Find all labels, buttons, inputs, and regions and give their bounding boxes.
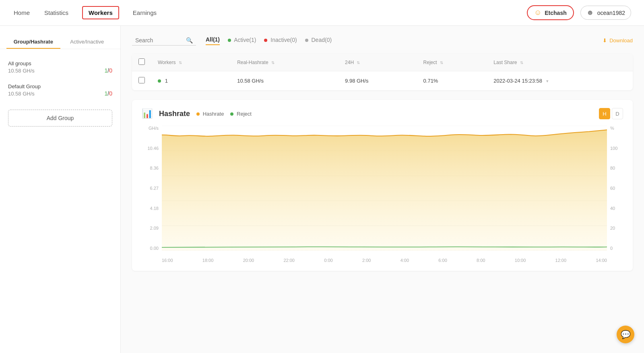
search-box[interactable]: 🔍	[132, 35, 196, 46]
select-all-checkbox[interactable]	[138, 58, 145, 65]
sidebar-tab-active-inactive[interactable]: Active/Inactive	[60, 35, 114, 49]
row-checkbox-cell	[132, 71, 151, 91]
user-button[interactable]: ☻ ocean1982	[580, 6, 631, 20]
filter-tab-inactive[interactable]: Inactive(0)	[264, 37, 297, 45]
chart-icon: 📊	[142, 108, 153, 119]
y-right-label-3: 40	[610, 206, 615, 211]
all-groups-counts: 1/0	[105, 67, 112, 74]
reject-line	[162, 247, 607, 247]
table-header-row: Workers ⇅ Real-Hashrate ⇅ 24H ⇅ Reject ⇅	[132, 54, 633, 71]
chat-button[interactable]: 💬	[617, 326, 634, 343]
chart-x-labels: 16:00 18:00 20:00 22:00 0:00 2:00 4:00 6…	[162, 258, 607, 263]
row-checkbox[interactable]	[138, 77, 145, 83]
legend-hashrate-dot	[196, 112, 200, 116]
download-icon: ⬇	[603, 37, 607, 44]
x-label-5: 2:00	[362, 258, 371, 263]
worker-status-dot	[158, 79, 161, 83]
table-header-workers[interactable]: Workers ⇅	[151, 54, 231, 71]
default-group-row: 10.58 GH/s 1/0	[8, 90, 112, 97]
filter-tab-active[interactable]: Active(1)	[228, 37, 256, 45]
24h-sort-icon: ⇅	[357, 60, 360, 65]
etchash-label: Etchash	[545, 10, 566, 16]
y-right-label-0: 100	[610, 146, 617, 151]
nav-home[interactable]: Home	[13, 8, 31, 18]
timebtn-d[interactable]: D	[612, 108, 623, 119]
y-right-label-1: 80	[610, 166, 615, 170]
filter-tab-inactive-label: Inactive(0)	[270, 37, 297, 43]
x-label-2: 20:00	[243, 258, 254, 263]
chat-icon: 💬	[621, 330, 631, 339]
chart-section: 📊 Hashrate Hashrate Reject H D	[132, 100, 633, 271]
legend-hashrate: Hashrate	[196, 111, 224, 117]
download-button[interactable]: ⬇ Download	[603, 37, 633, 44]
search-icon: 🔍	[186, 37, 193, 44]
default-group-name: Default Group	[8, 83, 112, 89]
row-real-hashrate: 10.58 GH/s	[231, 71, 339, 91]
chart-header: 📊 Hashrate Hashrate Reject H D	[142, 108, 623, 119]
last-share-dropdown-icon[interactable]: ▾	[546, 79, 549, 83]
x-label-11: 14:00	[596, 258, 607, 263]
x-label-6: 4:00	[400, 258, 409, 263]
sidebar-tabs: Group/Hashrate Active/Inactive	[0, 35, 120, 49]
y-right-unit: %	[610, 126, 614, 131]
row-24h-hashrate: 9.98 GH/s	[339, 71, 417, 91]
nav-user-area: ☺ Etchash ☻ ocean1982	[527, 5, 631, 20]
x-label-0: 16:00	[162, 258, 173, 263]
main-layout: Group/Hashrate Active/Inactive All group…	[0, 26, 644, 353]
filter-tabs: All(1) Active(1) Inactive(0) Dead(0)	[206, 36, 332, 45]
timebtn-h[interactable]: H	[599, 108, 610, 119]
all-groups-hashrate: 10.58 GH/s	[8, 68, 35, 74]
nav-links: Home Statistics Workers Earnings	[13, 6, 157, 19]
hashrate-chart-svg	[162, 126, 607, 251]
sidebar: Group/Hashrate Active/Inactive All group…	[0, 26, 121, 353]
search-input[interactable]	[135, 37, 184, 44]
sidebar-tab-group-hashrate[interactable]: Group/Hashrate	[6, 35, 60, 49]
default-group-inactive-count: 0	[109, 90, 112, 97]
y-right-label-5: 0	[610, 246, 613, 251]
all-groups-name: All groups	[8, 60, 112, 66]
legend-reject: Reject	[230, 111, 251, 117]
nav-statistics[interactable]: Statistics	[43, 8, 69, 18]
main-content: 🔍 All(1) Active(1) Inactive(0) Dead(0)	[121, 26, 644, 353]
default-group-counts: 1/0	[105, 90, 112, 97]
table-header-real-hashrate[interactable]: Real-Hashrate ⇅	[231, 54, 339, 71]
row-last-share: 2022-03-24 15:23:58 ▾	[487, 71, 633, 91]
x-label-9: 10:00	[515, 258, 526, 263]
y-left-label-4: 2.09	[150, 226, 159, 230]
nav-earnings[interactable]: Earnings	[132, 8, 157, 18]
y-left-label-2: 6.27	[150, 186, 159, 191]
last-share-sort-icon: ⇅	[520, 60, 523, 65]
x-label-10: 12:00	[555, 258, 567, 263]
default-group-active-count: 1	[105, 90, 108, 97]
hashrate-area	[162, 130, 607, 251]
filter-tab-all[interactable]: All(1)	[206, 36, 220, 45]
table-header-checkbox	[132, 54, 151, 71]
dead-dot	[305, 39, 308, 42]
table-header-last-share[interactable]: Last Share ⇅	[487, 54, 633, 71]
download-label: Download	[609, 37, 633, 44]
etchash-icon: ☺	[534, 8, 541, 17]
legend-reject-dot	[230, 112, 233, 116]
all-groups-inactive-count: 0	[109, 67, 112, 74]
filter-tab-dead[interactable]: Dead(0)	[305, 37, 332, 45]
chart-y-right-axis: % 100 80 60 40 20 0	[607, 126, 623, 251]
active-dot	[228, 39, 231, 42]
table-header-reject[interactable]: Reject ⇅	[417, 54, 487, 71]
table-header-24h[interactable]: 24H ⇅	[339, 54, 417, 71]
y-left-label-1: 8.36	[150, 166, 159, 170]
username-label: ocean1982	[597, 10, 625, 16]
chart-y-left-axis: GH/s 10.46 8.36 6.27 4.18 2.09 0.00	[142, 126, 162, 251]
etchash-button[interactable]: ☺ Etchash	[527, 5, 574, 20]
add-group-button[interactable]: Add Group	[8, 110, 112, 127]
nav-workers[interactable]: Workers	[82, 6, 119, 19]
y-left-label-5: 0.00	[150, 246, 159, 251]
filter-bar: 🔍 All(1) Active(1) Inactive(0) Dead(0)	[132, 35, 633, 46]
x-label-8: 8:00	[477, 258, 485, 263]
sidebar-all-groups[interactable]: All groups 10.58 GH/s 1/0	[0, 56, 120, 79]
real-hashrate-sort-icon: ⇅	[271, 60, 275, 65]
sidebar-default-group[interactable]: Default Group 10.58 GH/s 1/0	[0, 79, 120, 102]
y-left-label-3: 4.18	[150, 206, 159, 211]
x-label-7: 6:00	[438, 258, 447, 263]
y-right-label-4: 20	[610, 226, 615, 230]
y-right-label-2: 60	[610, 186, 615, 191]
